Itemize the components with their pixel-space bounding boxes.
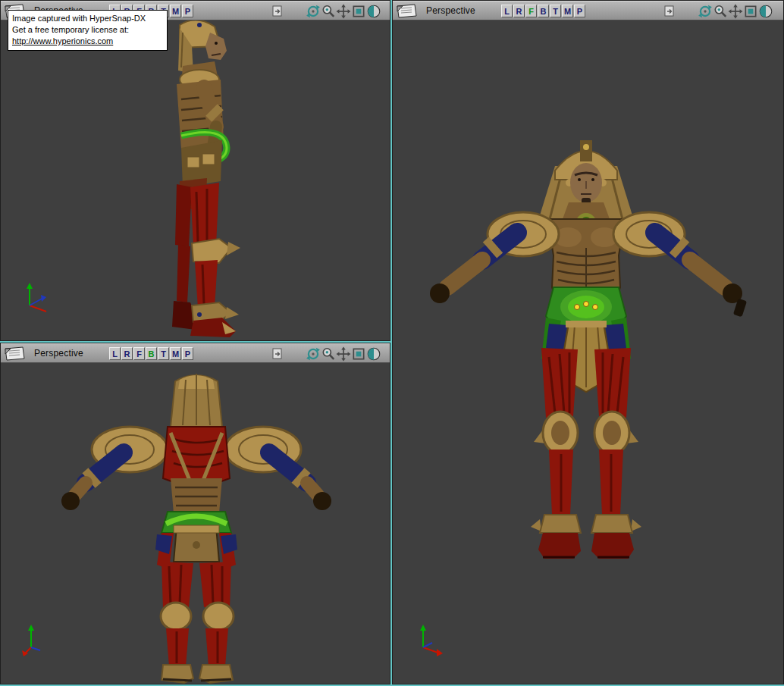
viewport-nav-icons — [306, 4, 381, 19]
viewport-bottom-left[interactable]: Perspective L R F B T M P — [0, 343, 390, 684]
view-button-right[interactable]: R — [121, 347, 133, 360]
axis-gizmo — [20, 281, 55, 316]
zoom-icon[interactable] — [713, 4, 728, 19]
axis-gizmo — [20, 625, 55, 659]
orbit-icon[interactable] — [306, 4, 321, 19]
viewport-menu-icon[interactable] — [4, 346, 27, 361]
view-button-left[interactable]: L — [109, 347, 121, 360]
viewport-nav-icons — [306, 346, 381, 362]
pan-icon[interactable] — [336, 4, 351, 19]
snapshot-icon[interactable] — [271, 347, 285, 361]
maximize-icon[interactable] — [743, 4, 758, 19]
view-button-persp[interactable]: P — [574, 5, 585, 17]
axis-gizmo — [412, 625, 447, 659]
view-button-strip: L R F B T M P — [501, 5, 586, 17]
viewport-title: Perspective — [426, 5, 475, 16]
viewport-menu-icon[interactable] — [396, 4, 419, 18]
character-front-model — [393, 20, 783, 684]
snapshot-icon[interactable] — [271, 5, 285, 18]
hypersnap-watermark: Image captured with HyperSnap-DX Get a f… — [8, 10, 168, 51]
viewport-nav-icons — [698, 4, 773, 19]
view-button-front[interactable]: F — [525, 5, 537, 17]
view-button-right[interactable]: R — [513, 5, 525, 17]
view-button-m[interactable]: M — [170, 5, 181, 17]
viewport-right[interactable]: Perspective L R F B T M P — [392, 0, 784, 684]
view-button-back[interactable]: B — [538, 5, 549, 17]
view-button-persp[interactable]: P — [182, 347, 193, 360]
maximize-icon[interactable] — [351, 346, 366, 362]
pan-icon[interactable] — [728, 4, 743, 19]
shading-sphere-icon[interactable] — [366, 346, 381, 362]
view-button-strip: L R F B T M P — [109, 347, 194, 360]
snapshot-icon[interactable] — [663, 5, 677, 18]
view-button-top[interactable]: T — [158, 347, 169, 360]
orbit-icon[interactable] — [306, 346, 321, 362]
viewport-canvas[interactable] — [1, 20, 390, 340]
watermark-link[interactable]: http://www.hyperionics.com — [12, 36, 162, 47]
view-button-back[interactable]: B — [146, 347, 157, 360]
view-button-m[interactable]: M — [170, 347, 181, 360]
orbit-icon[interactable] — [698, 4, 713, 19]
viewport-titlebar: Perspective L R F B T M P — [393, 1, 783, 20]
model-viewer-app: { "watermark": { "line1": "Image capture… — [0, 0, 784, 686]
viewport-title: Perspective — [34, 348, 83, 359]
view-button-top[interactable]: T — [550, 5, 561, 17]
character-back-model — [1, 363, 390, 684]
zoom-icon[interactable] — [321, 346, 336, 362]
viewport-titlebar: Perspective L R F B T M P — [1, 343, 390, 363]
shading-sphere-icon[interactable] — [758, 4, 773, 19]
shading-sphere-icon[interactable] — [366, 4, 381, 19]
view-button-m[interactable]: M — [562, 5, 573, 17]
viewport-canvas[interactable] — [393, 20, 783, 684]
character-side-model — [1, 20, 390, 340]
view-button-front[interactable]: F — [133, 347, 145, 360]
view-button-persp[interactable]: P — [182, 5, 193, 17]
watermark-line1: Image captured with HyperSnap-DX — [12, 13, 162, 24]
pan-icon[interactable] — [336, 346, 351, 362]
maximize-icon[interactable] — [351, 4, 366, 19]
view-button-left[interactable]: L — [501, 5, 513, 17]
viewport-canvas[interactable] — [1, 363, 390, 684]
watermark-line2: Get a free temporary license at: — [12, 24, 162, 36]
viewport-top-left[interactable]: Perspective L R F B T M P — [0, 0, 390, 341]
zoom-icon[interactable] — [321, 4, 336, 19]
